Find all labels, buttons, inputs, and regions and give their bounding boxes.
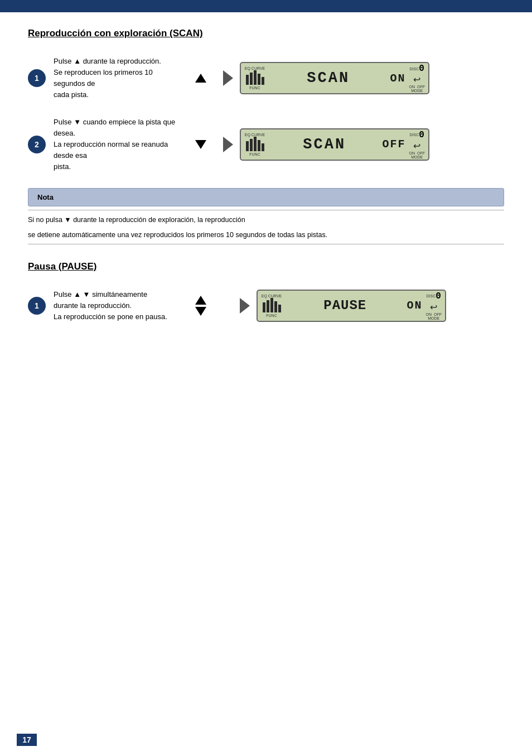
scan-step1-text3: Se reproducen los primeros 10 segundos d…	[54, 68, 153, 88]
both-arrows	[195, 296, 223, 316]
chevron-right-2	[223, 137, 233, 152]
lcd-disc-label-2: DISC	[410, 133, 419, 137]
top-bar	[0, 0, 532, 12]
lcd-mode-row-2: MODE	[411, 155, 423, 159]
pause-step1-number: 1	[28, 297, 46, 315]
lcd-eq-label-2: EQ CURVE	[245, 133, 265, 137]
scan-step1-content: Pulse ▲ durante la reproducción. Se repr…	[54, 56, 184, 101]
lcd-eq-bars-2	[246, 137, 264, 151]
lcd-mode-label-3: MODE	[428, 316, 439, 320]
bar3	[254, 70, 257, 85]
lcd-pause-status: ON	[407, 299, 422, 312]
scan-step1-text1: Pulse	[54, 57, 74, 65]
scan-up-arrow: ▲	[74, 57, 81, 65]
lcd-disc-num-3: 0	[436, 291, 441, 301]
pause-down-arrow	[195, 307, 206, 316]
note-line2: se detiene automáticamente una vez repro…	[28, 230, 504, 240]
lcd-scan-text: SCAN	[269, 70, 388, 86]
pause-up-arrow	[195, 296, 206, 305]
note-line1: Si no pulsa ▼ durante la reproducción de…	[28, 215, 504, 225]
lcd-disc-row-2: DISC 0	[410, 130, 424, 140]
pause-step1-text4: La reproducción se pone en pausa.	[54, 312, 167, 321]
lcd-mode-label-2: MODE	[411, 155, 423, 159]
lcd-func-label-2: FUNC	[249, 152, 260, 156]
pause-step1-content: Pulse ▲ ▼ simultáneamente durante la rep…	[54, 289, 167, 322]
lcd-eq-section-2: EQ CURVE FUNC	[244, 133, 265, 156]
lcd-eq-section-3: EQ CURVE FUNC	[261, 294, 282, 317]
lcd-eq-bars-3	[263, 298, 281, 312]
chevron-right-1	[223, 70, 233, 86]
pause-step1-text1: Pulse	[54, 290, 74, 298]
pause-step1-left: 1 Pulse ▲ ▼ simultáneamente durante la r…	[28, 289, 184, 322]
lcd-mode-row: MODE	[411, 89, 423, 93]
lcd-eq-label: EQ CURVE	[245, 66, 265, 70]
lcd-repeat-row: ↩	[413, 74, 420, 85]
scan-step2-text3: La reproducción normal se reanuda desde …	[54, 140, 168, 160]
pause-step1-row: 1 Pulse ▲ ▼ simultáneamente durante la r…	[28, 289, 504, 322]
step1-number: 1	[28, 69, 46, 87]
chevron-right-3	[240, 298, 250, 314]
lcd-disc-right-3: DISC 0 ↩ ON OFF MODE	[426, 291, 442, 320]
bar5b	[262, 143, 264, 151]
scan-step1-text2: durante la reproducción.	[83, 57, 161, 65]
lcd-repeat-icon-3: ↩	[430, 302, 437, 312]
lcd-repeat-icon-2: ↩	[413, 141, 420, 151]
scan-down-arrow: ▼	[74, 118, 81, 126]
scan-step2-text1: Pulse	[54, 118, 74, 126]
bar4c	[274, 301, 277, 312]
lcd-display-scan-off: EQ CURVE FUNC SCAN OFF DISC 0	[240, 128, 429, 161]
scan-step1-left: 1 Pulse ▲ durante la reproducción. Se re…	[28, 56, 184, 101]
section1-title: Reproducción con exploración (SCAN)	[28, 28, 504, 39]
lcd-eq-bars	[246, 70, 264, 85]
lcd-disc-num: 0	[419, 64, 424, 74]
scan-step1-text4: cada pista.	[54, 90, 89, 99]
lcd-on-label: ON	[409, 85, 415, 89]
lcd-display-pause-on: EQ CURVE FUNC PAUSE ON DISC 0	[257, 290, 446, 322]
lcd-on-off-row: ON OFF	[409, 85, 425, 89]
lcd-disc-right-2: DISC 0 ↩ ON OFF MODE	[409, 130, 425, 159]
bar2	[250, 73, 253, 85]
step2-number: 2	[28, 136, 46, 153]
scan-step1-arrow-section: EQ CURVE FUNC SCAN ON	[195, 62, 429, 94]
scan-step2-arrow-section: EQ CURVE FUNC SCAN OFF DISC 0	[195, 128, 429, 161]
lcd-disc-label-3: DISC	[427, 294, 436, 298]
bar1	[246, 75, 249, 85]
lcd-mode-label: MODE	[411, 89, 423, 93]
note-section: Nota Si no pulsa ▼ durante la reproducci…	[28, 188, 504, 244]
lcd-on-label-2: ON	[409, 151, 415, 155]
bar5	[262, 77, 264, 85]
pause-step1-arrow-section: EQ CURVE FUNC PAUSE ON DISC 0	[195, 290, 446, 322]
pause-step1-text3: durante la reproducción.	[54, 301, 132, 310]
page-number: 17	[17, 734, 37, 746]
scan-step2-content: Pulse ▼ cuando empiece la pista que dese…	[54, 117, 184, 173]
lcd-func-label: FUNC	[249, 86, 260, 90]
scan-step2-row: 2 Pulse ▼ cuando empiece la pista que de…	[28, 117, 504, 173]
lcd-off-label: OFF	[417, 85, 425, 89]
lcd-repeat-row-2: ↩	[413, 141, 420, 151]
lcd-repeat-row-3: ↩	[430, 302, 437, 312]
lcd-mode-row-3: MODE	[428, 316, 439, 320]
pause-step1-text2: simultáneamente	[92, 290, 147, 298]
bar2c	[267, 300, 269, 312]
scan-step2-left: 2 Pulse ▼ cuando empiece la pista que de…	[28, 117, 184, 173]
lcd-repeat-icon: ↩	[413, 74, 420, 85]
lcd-off-label-3: OFF	[434, 312, 442, 316]
lcd-scan-text-2: SCAN	[269, 136, 380, 153]
note-header: Nota	[28, 188, 504, 206]
pause-arrows: ▲ ▼	[74, 290, 90, 298]
scan-step2-text4: pista.	[54, 162, 71, 171]
lcd-pause-text: PAUSE	[286, 298, 404, 313]
lcd-on-text: ON	[390, 72, 405, 85]
lcd-disc-right: DISC 0 ↩ ON OFF MODE	[409, 64, 425, 93]
lcd-func-label-3: FUNC	[266, 314, 277, 317]
lcd-disc-num-2: 0	[419, 130, 424, 140]
lcd-display-scan-on: EQ CURVE FUNC SCAN ON	[240, 62, 429, 94]
lcd-disc-label: DISC	[410, 67, 419, 71]
lcd-off-label-2: OFF	[417, 151, 425, 155]
lcd-on-off-row-3: ON OFF	[426, 312, 442, 316]
lcd-on-label-3: ON	[426, 312, 432, 316]
down-arrow-indicator	[195, 140, 206, 149]
bar3c	[270, 298, 273, 312]
lcd-disc-row: DISC 0	[410, 64, 424, 74]
section2-title: Pausa (PAUSE)	[28, 261, 504, 272]
